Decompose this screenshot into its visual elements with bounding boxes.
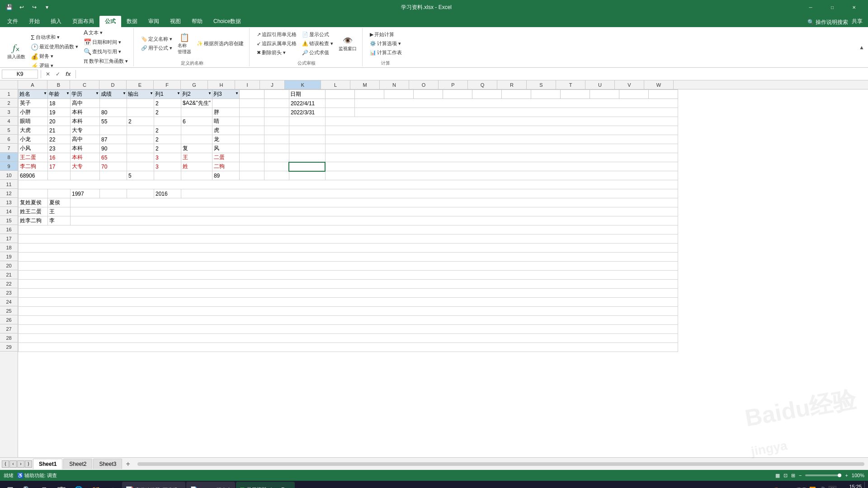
tab-data[interactable]: 数据 [121, 16, 143, 27]
cell-D8[interactable]: 65 [100, 153, 127, 162]
cell-H5[interactable]: 虎 [212, 126, 239, 135]
app-notepad[interactable]: 📄 *rz.txt - 记事本 [186, 482, 235, 488]
cell-A8[interactable]: 王二蛋 [19, 153, 48, 162]
cell-J4[interactable] [264, 117, 289, 126]
cell-J8[interactable] [264, 153, 289, 162]
row-num-29[interactable]: 29 [0, 343, 18, 352]
cell-F3[interactable]: 2 [154, 108, 181, 117]
cell-D2[interactable] [100, 99, 127, 108]
filter-B1[interactable]: ▼ [66, 91, 70, 95]
col-header-H[interactable]: H [208, 80, 235, 89]
edge-btn[interactable]: 🌐 [71, 482, 87, 488]
cell-B15[interactable]: 李 [48, 216, 71, 225]
row-num-24[interactable]: 24 [0, 297, 18, 306]
cell-C6[interactable]: 高中 [71, 135, 100, 144]
cell-H6[interactable]: 龙 [212, 135, 239, 144]
cell-B12[interactable] [48, 189, 71, 198]
cell-G4[interactable]: 6 [181, 117, 212, 126]
share-btn[interactable]: 共享 [848, 16, 866, 27]
cell-F7[interactable]: 2 [154, 144, 181, 153]
app-editor[interactable]: 📝 高级编辑器_百度经... [122, 482, 185, 488]
cell-U1[interactable] [590, 90, 619, 99]
cell-I5[interactable] [239, 126, 264, 135]
view-normal-btn[interactable]: ▦ [775, 473, 780, 479]
tab-file[interactable]: 文件 [2, 16, 24, 27]
cell-D7[interactable]: 90 [100, 144, 127, 153]
view-layout-btn[interactable]: ⊡ [783, 473, 788, 479]
col-header-D[interactable]: D [99, 80, 127, 89]
col-header-T[interactable]: T [556, 80, 585, 89]
recent-funcs-btn[interactable]: 🕐最近使用的函数 ▾ [29, 42, 80, 52]
cell-I4[interactable] [239, 117, 264, 126]
cell-C12[interactable]: 1997 [71, 189, 100, 198]
cell-F1[interactable]: 列1▼ [154, 90, 181, 99]
cell-C7[interactable]: 本科 [71, 144, 100, 153]
cell-E2[interactable] [127, 99, 154, 108]
cell-J3[interactable] [264, 108, 289, 117]
col-header-P[interactable]: P [439, 80, 468, 89]
taskview-btn[interactable]: ⧉ [36, 482, 52, 488]
sheet-tab-1[interactable]: Sheet1 [33, 459, 62, 469]
trace-dependents-btn[interactable]: ↙追踪从属单元格 [255, 39, 298, 48]
formula-input[interactable] [79, 70, 866, 78]
row-num-23[interactable]: 23 [0, 288, 18, 297]
logic-btn[interactable]: ⚡逻辑 ▾ [29, 61, 80, 68]
cell-N1[interactable] [384, 90, 413, 99]
view-break-btn[interactable]: ⊞ [791, 473, 795, 479]
col-header-M[interactable]: M [350, 80, 380, 89]
cell-G2[interactable]: $A2&"先生" [181, 99, 212, 108]
cell-J1[interactable] [264, 90, 289, 99]
clock-area[interactable]: 15:25 2022/4/11 [840, 484, 862, 488]
cell-A15[interactable]: 姓李二狗 [19, 216, 48, 225]
cell-K8[interactable] [289, 153, 325, 162]
cell-G5[interactable] [181, 126, 212, 135]
add-sheet-btn[interactable]: + [122, 458, 133, 470]
cell-D6[interactable]: 87 [100, 135, 127, 144]
col-header-F[interactable]: F [154, 80, 181, 89]
zoom-minus-btn[interactable]: − [799, 473, 802, 478]
cell-K9[interactable] [289, 162, 325, 171]
cell-B9[interactable]: 17 [48, 162, 71, 171]
row-num-16[interactable]: 16 [0, 225, 18, 234]
col-header-N[interactable]: N [380, 80, 409, 89]
cell-A12[interactable] [19, 189, 48, 198]
row-num-18[interactable]: 18 [0, 243, 18, 252]
cell-J6[interactable] [264, 135, 289, 144]
scroll-next-tab-btn[interactable]: › [17, 460, 24, 468]
cell-G10[interactable] [181, 171, 212, 180]
row-num-3[interactable]: 3 [0, 108, 18, 117]
cell-E5[interactable] [127, 126, 154, 135]
tab-insert[interactable]: 插入 [45, 16, 67, 27]
cell-F4[interactable] [154, 117, 181, 126]
cell-E4[interactable]: 2 [127, 117, 154, 126]
row-num-17[interactable]: 17 [0, 234, 18, 243]
cell-A1[interactable]: 姓名▼ [19, 90, 48, 99]
cell-K7[interactable] [289, 144, 325, 153]
cell-A7[interactable]: 小风 [19, 144, 48, 153]
cell-A10[interactable]: 68906 [19, 171, 48, 180]
error-check-btn[interactable]: ⚠️错误检查 ▾ [300, 39, 335, 48]
cell-O1[interactable] [413, 90, 443, 99]
cell-J2[interactable] [264, 99, 289, 108]
cell-K4[interactable] [289, 117, 325, 126]
cell-W1[interactable] [648, 90, 678, 99]
cell-J7[interactable] [264, 144, 289, 153]
row-num-25[interactable]: 25 [0, 306, 18, 315]
cell-D9[interactable]: 70 [100, 162, 127, 171]
lookup-btn[interactable]: 🔍查找与引用 ▾ [82, 47, 130, 56]
cell-I8[interactable] [239, 153, 264, 162]
cell-H9[interactable]: 二狗 [212, 162, 239, 171]
start-btn[interactable]: ⊞ [2, 482, 18, 488]
cell-B3[interactable]: 19 [48, 108, 71, 117]
datetime-btn[interactable]: 📅日期和时间 ▾ [82, 38, 130, 47]
maximize-btn[interactable]: □ [822, 0, 843, 14]
cell-F8[interactable]: 3 [154, 153, 181, 162]
sheet-tab-3[interactable]: Sheet3 [93, 459, 122, 469]
sheet-tab-2[interactable]: Sheet2 [63, 459, 92, 469]
cell-I6[interactable] [239, 135, 264, 144]
cell-J10[interactable] [264, 171, 289, 180]
row-num-28[interactable]: 28 [0, 333, 18, 343]
tab-review[interactable]: 审阅 [143, 16, 165, 27]
col-header-J[interactable]: J [260, 80, 285, 89]
cell-D1[interactable]: 成绩▼ [100, 90, 127, 99]
